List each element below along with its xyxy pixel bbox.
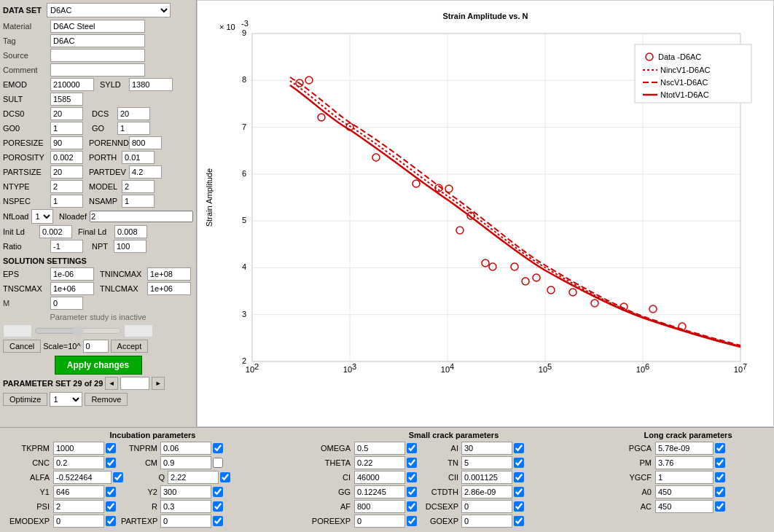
pm-check[interactable] — [715, 458, 725, 468]
m-input[interactable] — [50, 297, 83, 310]
initld-input[interactable] — [39, 225, 72, 238]
y2-input[interactable] — [160, 485, 211, 498]
ygcf-check[interactable] — [715, 472, 725, 482]
poresize-input[interactable] — [50, 136, 83, 149]
emodexp-check[interactable] — [106, 516, 116, 526]
goexp-check[interactable] — [514, 516, 524, 526]
finalld-input[interactable] — [114, 225, 147, 238]
npt-input[interactable] — [114, 240, 146, 253]
poreexp-check[interactable] — [407, 516, 417, 526]
cnc-check[interactable] — [106, 458, 116, 468]
emod-input[interactable] — [50, 78, 94, 91]
goexp-input[interactable] — [461, 515, 512, 528]
a0-input[interactable] — [655, 485, 714, 498]
af-check[interactable] — [407, 501, 417, 512]
r-check[interactable] — [213, 501, 223, 512]
ai-check[interactable] — [514, 443, 524, 453]
tnprm-check[interactable] — [213, 443, 223, 453]
gg-check[interactable] — [407, 487, 417, 497]
porosity-input[interactable] — [50, 151, 83, 164]
tnlcmax-input[interactable] — [147, 282, 191, 295]
ctdth-check[interactable] — [514, 487, 524, 497]
cancel-button[interactable]: Cancel — [3, 340, 41, 353]
partexp-check[interactable] — [213, 516, 223, 526]
ci-check[interactable] — [407, 472, 417, 482]
theta-input[interactable] — [354, 456, 405, 469]
y2-check[interactable] — [213, 487, 223, 497]
ci-input[interactable] — [354, 471, 405, 484]
remove-button[interactable]: Remove — [85, 393, 128, 406]
tnprm-input[interactable] — [160, 442, 211, 455]
tn-check[interactable] — [514, 458, 524, 468]
sult-input[interactable] — [50, 93, 83, 106]
dcsexp-check[interactable] — [514, 501, 524, 512]
cii-input[interactable] — [461, 471, 512, 484]
eps-input[interactable] — [50, 267, 94, 281]
slider-max-input[interactable] — [124, 324, 153, 337]
ac-input[interactable] — [655, 500, 714, 513]
cm-check[interactable] — [213, 458, 223, 468]
alfa-input[interactable] — [53, 471, 112, 484]
go0-input[interactable] — [50, 122, 83, 135]
dcs-input[interactable] — [117, 107, 150, 120]
poreexp-input[interactable] — [354, 515, 405, 528]
porth-input[interactable] — [122, 151, 155, 164]
tkprm-input[interactable] — [53, 442, 104, 455]
y1-input[interactable] — [53, 485, 104, 498]
optimize-select[interactable]: 1 — [50, 392, 82, 407]
omega-input[interactable] — [354, 442, 405, 455]
pgca-input[interactable] — [655, 442, 714, 455]
go-input[interactable] — [117, 122, 150, 135]
dataset-select[interactable]: D6AC — [47, 3, 171, 17]
slider-min-input[interactable] — [3, 324, 32, 337]
nsamp-input[interactable] — [122, 195, 155, 208]
y1-check[interactable] — [106, 487, 116, 497]
alfa-check[interactable] — [113, 472, 123, 482]
syld-input[interactable] — [129, 78, 173, 91]
tnscmax-input[interactable] — [50, 282, 94, 295]
next-param-button[interactable]: ► — [152, 377, 165, 390]
nloadef-input[interactable] — [90, 211, 193, 222]
tnincmax-input[interactable] — [147, 267, 191, 281]
source-input[interactable] — [50, 49, 145, 62]
prev-param-button[interactable]: ◄ — [105, 377, 118, 390]
porennd-input[interactable] — [129, 136, 162, 149]
tn-input[interactable] — [461, 456, 512, 469]
nfload-select[interactable]: 1 — [31, 209, 53, 224]
dcsexp-input[interactable] — [461, 500, 512, 513]
pgca-check[interactable] — [715, 443, 725, 453]
theta-check[interactable] — [407, 458, 417, 468]
a0-check[interactable] — [715, 487, 725, 497]
q-input[interactable] — [168, 471, 219, 484]
q-check[interactable] — [220, 472, 230, 482]
cii-check[interactable] — [514, 472, 524, 482]
ygcf-input[interactable] — [655, 471, 714, 484]
apply-changes-button[interactable]: Apply changes — [55, 356, 142, 375]
partsize-input[interactable] — [50, 165, 83, 179]
psi-check[interactable] — [106, 501, 116, 512]
pm-input[interactable] — [655, 456, 714, 469]
nspec-input[interactable] — [50, 195, 83, 208]
ctdth-input[interactable] — [461, 485, 512, 498]
model-input[interactable] — [122, 180, 155, 193]
material-input[interactable] — [50, 20, 145, 33]
cnc-input[interactable] — [53, 456, 104, 469]
partdev-input[interactable] — [129, 165, 162, 179]
tkprm-check[interactable] — [106, 443, 116, 453]
accept-button[interactable]: Accept — [111, 340, 149, 353]
param-nav-input[interactable] — [120, 377, 149, 390]
ratio-input[interactable] — [50, 240, 83, 253]
emodexp-input[interactable] — [53, 515, 104, 528]
ntype-input[interactable] — [50, 180, 83, 193]
cm-input[interactable] — [160, 456, 211, 469]
psi-input[interactable] — [53, 500, 104, 513]
ac-check[interactable] — [715, 501, 725, 512]
af-input[interactable] — [354, 500, 405, 513]
gg-input[interactable] — [354, 485, 405, 498]
omega-check[interactable] — [407, 443, 417, 453]
r-input[interactable] — [160, 500, 211, 513]
comment-input[interactable] — [50, 63, 145, 77]
scale-input[interactable] — [83, 340, 109, 353]
dcs0-input[interactable] — [50, 107, 83, 120]
ai-input[interactable] — [461, 442, 512, 455]
